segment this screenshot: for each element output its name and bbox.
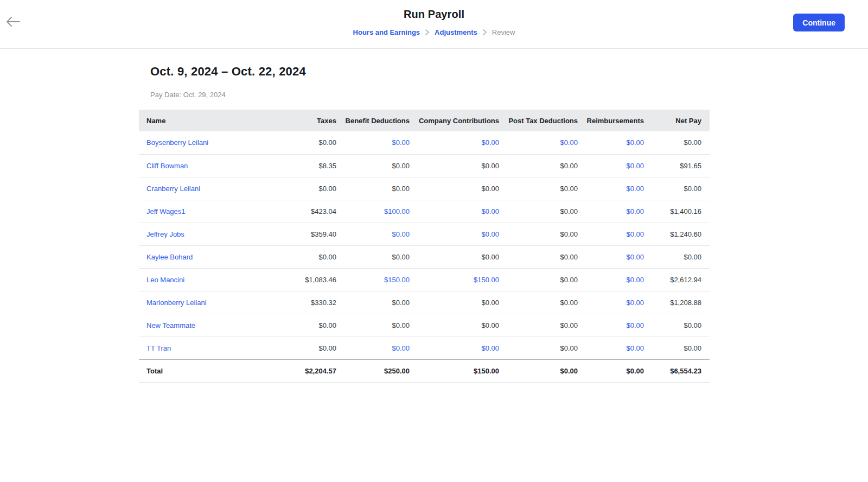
employee-name-link[interactable]: Kaylee Bohard	[146, 253, 193, 261]
taxes-value: $359.40	[311, 230, 336, 238]
post-tax-deductions-value: $0.00	[560, 344, 578, 352]
taxes-value: $330.32	[311, 299, 336, 307]
column-header-name: Name	[139, 110, 302, 131]
reimbursements-value[interactable]: $0.00	[626, 253, 644, 261]
post-tax-deductions-value: $0.00	[560, 207, 578, 215]
employee-name-link[interactable]: New Teammate	[146, 321, 195, 329]
post-tax-deductions-value[interactable]: $0.00	[560, 138, 578, 147]
total-benefit-deductions: $250.00	[336, 359, 410, 382]
pay-date-label: Pay Date: Oct. 29, 2024	[150, 91, 710, 99]
employee-name-link[interactable]: TT Tran	[146, 344, 171, 352]
chevron-right-icon	[425, 29, 429, 35]
page-title: Run Payroll	[0, 8, 868, 21]
reimbursements-value[interactable]: $0.00	[626, 162, 644, 170]
breadcrumb: Hours and Earnings Adjustments Review	[0, 28, 868, 36]
reimbursements-value[interactable]: $0.00	[626, 138, 644, 147]
chevron-right-icon	[483, 29, 487, 35]
net-pay-value: $1,400.16	[670, 207, 701, 215]
table-header-row: Name Taxes Benefit Deductions Company Co…	[139, 110, 710, 131]
table-row: Cranberry Leilani$0.00$0.00$0.00$0.00$0.…	[139, 177, 710, 200]
post-tax-deductions-value: $0.00	[560, 321, 578, 329]
total-reimbursements: $0.00	[578, 359, 644, 382]
post-tax-deductions-value: $0.00	[560, 230, 578, 238]
net-pay-value: $0.00	[684, 185, 701, 193]
net-pay-value: $0.00	[684, 138, 701, 147]
reimbursements-value[interactable]: $0.00	[626, 299, 644, 307]
company-contributions-value: $0.00	[481, 185, 499, 193]
net-pay-value: $1,240.60	[670, 230, 701, 238]
continue-button[interactable]: Continue	[793, 14, 845, 31]
reimbursements-value[interactable]: $0.00	[626, 230, 644, 238]
taxes-value: $0.00	[318, 138, 336, 147]
company-contributions-value: $0.00	[481, 321, 499, 329]
net-pay-value: $0.00	[684, 253, 701, 261]
taxes-value: $423.04	[311, 207, 336, 215]
post-tax-deductions-value: $0.00	[560, 276, 578, 284]
table-row: Jeff Wages1$423.04$100.00$0.00$0.00$0.00…	[139, 200, 710, 223]
table-row: Leo Mancini$1,083.46$150.00$150.00$0.00$…	[139, 268, 710, 291]
company-contributions-value: $0.00	[481, 162, 499, 170]
reimbursements-value[interactable]: $0.00	[626, 344, 644, 352]
payroll-table-body: Boysenberry Leilani$0.00$0.00$0.00$0.00$…	[139, 131, 710, 359]
taxes-value: $1,083.46	[305, 276, 336, 284]
employee-name-link[interactable]: Jeffrey Jobs	[146, 230, 184, 238]
total-company-contributions: $150.00	[410, 359, 499, 382]
table-row: New Teammate$0.00$0.00$0.00$0.00$0.00$0.…	[139, 314, 710, 337]
column-header-benefit-deductions: Benefit Deductions	[336, 110, 410, 131]
taxes-value: $8.35	[318, 162, 336, 170]
company-contributions-value[interactable]: $0.00	[481, 344, 499, 352]
column-header-net-pay: Net Pay	[644, 110, 710, 131]
benefit-deductions-value[interactable]: $150.00	[384, 276, 410, 284]
taxes-value: $0.00	[318, 185, 336, 193]
post-tax-deductions-value: $0.00	[560, 185, 578, 193]
employee-name-link[interactable]: Jeff Wages1	[146, 207, 186, 215]
post-tax-deductions-value: $0.00	[560, 299, 578, 307]
benefit-deductions-value[interactable]: $0.00	[392, 344, 410, 352]
taxes-value: $0.00	[318, 321, 336, 329]
breadcrumb-review: Review	[492, 28, 515, 36]
company-contributions-value[interactable]: $0.00	[481, 207, 499, 215]
payroll-table: Name Taxes Benefit Deductions Company Co…	[139, 110, 710, 383]
reimbursements-value[interactable]: $0.00	[626, 185, 644, 193]
column-header-reimbursements: Reimbursements	[578, 110, 644, 131]
benefit-deductions-value[interactable]: $0.00	[392, 230, 410, 238]
benefit-deductions-value: $0.00	[392, 299, 410, 307]
company-contributions-value: $0.00	[481, 253, 499, 261]
table-row: Cliff Bowman$8.35$0.00$0.00$0.00$0.00$91…	[139, 154, 710, 177]
net-pay-value: $1,208.88	[670, 299, 701, 307]
company-contributions-value: $0.00	[481, 299, 499, 307]
benefit-deductions-value[interactable]: $0.00	[392, 138, 410, 147]
reimbursements-value[interactable]: $0.00	[626, 321, 644, 329]
benefit-deductions-value: $0.00	[392, 162, 410, 170]
table-row: Jeffrey Jobs$359.40$0.00$0.00$0.00$0.00$…	[139, 223, 710, 245]
total-net-pay: $6,554.23	[644, 359, 710, 382]
company-contributions-value[interactable]: $150.00	[474, 276, 499, 284]
column-header-taxes: Taxes	[302, 110, 336, 131]
top-bar: Run Payroll Hours and Earnings Adjustmen…	[0, 0, 868, 49]
reimbursements-value[interactable]: $0.00	[626, 207, 644, 215]
breadcrumb-hours-and-earnings[interactable]: Hours and Earnings	[353, 28, 420, 36]
employee-name-link[interactable]: Cranberry Leilani	[146, 185, 200, 193]
taxes-value: $0.00	[318, 253, 336, 261]
table-row: TT Tran$0.00$0.00$0.00$0.00$0.00$0.00	[139, 337, 710, 359]
column-header-company-contributions: Company Contributions	[410, 110, 499, 131]
employee-name-link[interactable]: Marionberry Leilani	[146, 299, 207, 307]
total-label: Total	[139, 359, 302, 382]
net-pay-value: $0.00	[684, 321, 701, 329]
benefit-deductions-value[interactable]: $100.00	[384, 207, 410, 215]
employee-name-link[interactable]: Boysenberry Leilani	[146, 138, 208, 147]
post-tax-deductions-value: $0.00	[560, 253, 578, 261]
breadcrumb-adjustments[interactable]: Adjustments	[435, 28, 477, 36]
reimbursements-value[interactable]: $0.00	[626, 276, 644, 284]
company-contributions-value[interactable]: $0.00	[481, 138, 499, 147]
post-tax-deductions-value: $0.00	[560, 162, 578, 170]
table-row: Kaylee Bohard$0.00$0.00$0.00$0.00$0.00$0…	[139, 245, 710, 268]
company-contributions-value[interactable]: $0.00	[481, 230, 499, 238]
pay-period-heading: Oct. 9, 2024 – Oct. 22, 2024	[150, 65, 710, 79]
table-row: Boysenberry Leilani$0.00$0.00$0.00$0.00$…	[139, 131, 710, 154]
employee-name-link[interactable]: Cliff Bowman	[146, 162, 188, 170]
benefit-deductions-value: $0.00	[392, 185, 410, 193]
employee-name-link[interactable]: Leo Mancini	[146, 276, 184, 284]
net-pay-value: $0.00	[684, 344, 701, 352]
net-pay-value: $91.65	[680, 162, 701, 170]
